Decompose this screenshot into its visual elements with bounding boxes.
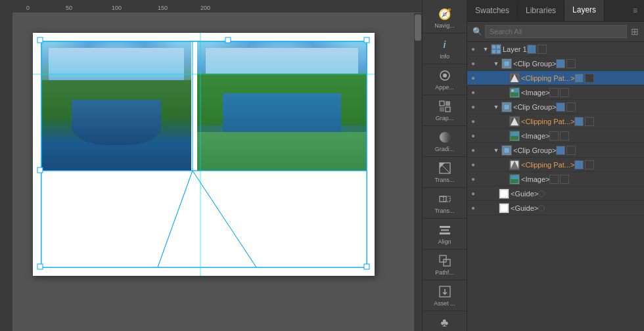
layer-row-guide1[interactable]: ● <Guide> (467, 187, 644, 201)
layer-row-clipgroup2[interactable]: ● ▼ <Clip Group> (467, 100, 644, 114)
layer-row-guide2[interactable]: ● <Guide> (467, 201, 644, 215)
expand-toggle-clipgroup3[interactable]: ▼ (492, 143, 500, 158)
layer-lock-btn[interactable] (527, 45, 536, 54)
layer-row-image1[interactable]: ● <Image> (467, 85, 644, 100)
visibility-toggle-image3[interactable]: ● (467, 172, 479, 187)
tool-appearance[interactable]: Appe... (423, 64, 467, 95)
layer-thumbnail-clipgroup1 (501, 58, 512, 69)
layers-search-bar: 🔍 ⊞ (467, 22, 644, 42)
svg-rect-48 (511, 93, 518, 97)
layer-row-clippingpath2[interactable]: ● <Clipping Pat...> (467, 114, 644, 129)
tab-libraries[interactable]: Libraries (518, 1, 564, 20)
tools-panel: 🧭 Navig... i Info Appe... Grap... (422, 0, 467, 331)
tool-pathfinder[interactable]: Pathf... (423, 250, 467, 280)
layer-thumbnail-image2 (509, 131, 520, 141)
layer-row-image2[interactable]: ● <Image> (467, 129, 644, 143)
tool-asset-export-label: Asset ... (434, 300, 455, 307)
tool-navigator[interactable]: 🧭 Navig... (423, 3, 467, 33)
svg-point-49 (511, 89, 514, 92)
svg-rect-51 (504, 104, 509, 110)
visibility-toggle-clipgroup2[interactable]: ● (467, 100, 479, 114)
layer-thumbnail-clippingpath1 (509, 73, 520, 83)
layer-thumbnail-guide1 (499, 188, 509, 199)
right-panel: Swatches Libraries Layers ≡ 🔍 ⊞ ● ▼ (467, 0, 644, 331)
canvas-content (13, 13, 422, 331)
panel-menu-button[interactable]: ≡ (626, 2, 644, 19)
tool-navigator-label: Navig... (434, 22, 455, 29)
layer-name-guide1: <Guide> (511, 190, 538, 198)
layer-row-layer1[interactable]: ● ▼ Layer 1 (467, 42, 644, 56)
ruler-tick-200: 200 (200, 5, 210, 11)
layer-dot-guide2 (538, 205, 545, 211)
search-input[interactable] (485, 25, 627, 38)
tool-transform[interactable]: Trans... (423, 188, 467, 219)
svg-rect-26 (440, 196, 446, 202)
visibility-toggle-clippingpath3[interactable]: ● (467, 158, 479, 172)
expand-toggle-clipgroup2[interactable]: ▼ (492, 100, 500, 114)
layer-name-clippingpath2: <Clipping Pat...> (521, 118, 574, 125)
tool-transparency[interactable]: Trans... (423, 157, 467, 188)
image-panel-1 (41, 41, 191, 171)
svg-line-25 (440, 163, 450, 173)
asset-export-icon (438, 284, 452, 299)
layer-name-image1: <Image> (521, 89, 549, 97)
svg-rect-32 (440, 255, 446, 262)
layer-name-clippingpath1: <Clipping Pat...> (521, 74, 574, 82)
ruler-corner (0, 0, 13, 13)
layer-thumbnail-clippingpath3 (509, 160, 520, 170)
layer-target-btn[interactable] (538, 45, 547, 54)
info-icon: i (438, 37, 452, 52)
tool-align-label: Align (438, 238, 451, 245)
navigator-icon: 🧭 (438, 7, 452, 21)
layer-ctrl-clipgroup1[interactable] (556, 59, 565, 68)
tool-gradient[interactable]: Gradi... (423, 126, 467, 157)
layer-name-layer1: Layer 1 (503, 45, 527, 53)
svg-rect-55 (511, 136, 518, 140)
layer-row-clipgroup3[interactable]: ● ▼ <Clip Group> (467, 143, 644, 158)
expand-toggle-layer1[interactable]: ▼ (482, 42, 490, 56)
expand-toggle-clipgroup1[interactable]: ▼ (492, 56, 500, 71)
layer-row-image3[interactable]: ● <Image> (467, 172, 644, 187)
tool-transparency-label: Trans... (434, 177, 454, 183)
ruler-horizontal: 0 50 100 150 200 (13, 0, 422, 13)
visibility-toggle-layer1[interactable]: ● (467, 42, 479, 56)
svg-rect-20 (440, 107, 444, 112)
layer-thumbnail-image1 (509, 87, 520, 98)
svg-point-22 (440, 132, 450, 143)
svg-rect-19 (446, 101, 450, 106)
tool-asset-export[interactable]: Asset ... (423, 280, 467, 311)
layer-row-clipgroup1[interactable]: ● ▼ <Clip Group> (467, 56, 644, 71)
visibility-toggle-clippingpath2[interactable]: ● (467, 114, 479, 129)
tool-align[interactable]: Align (423, 219, 467, 250)
vertical-scrollbar[interactable] (414, 13, 422, 331)
layer-dot-guide1 (538, 190, 545, 197)
layer-row-clippingpath1[interactable]: ● <Clipping Pat...> (467, 71, 644, 85)
visibility-toggle-clipgroup1[interactable]: ● (467, 56, 479, 71)
ruler-vertical (0, 13, 13, 331)
visibility-toggle-image1[interactable]: ● (467, 85, 479, 100)
tool-info[interactable]: i Info (423, 33, 467, 64)
filter-icon[interactable]: ⊞ (631, 26, 639, 37)
ruler-tick-100: 100 (112, 5, 122, 11)
tab-layers[interactable]: Layers (564, 0, 605, 21)
layer-row-clippingpath3[interactable]: ● <Clipping Pat...> (467, 158, 644, 172)
canvas-area: 0 50 100 150 200 (0, 0, 422, 331)
visibility-toggle-clippingpath1[interactable]: ● (467, 71, 479, 85)
svg-rect-62 (500, 190, 508, 198)
visibility-toggle-image2[interactable]: ● (467, 129, 479, 143)
svg-rect-27 (444, 196, 450, 202)
visibility-toggle-clipgroup3[interactable]: ● (467, 143, 479, 158)
tool-graphic-styles[interactable]: Grap... (423, 95, 467, 126)
tab-swatches[interactable]: Swatches (467, 1, 518, 20)
layer-name-image2: <Image> (521, 132, 549, 140)
visibility-toggle-guide1[interactable]: ● (467, 187, 479, 201)
tool-transform-label: Trans... (434, 208, 454, 214)
align-icon (438, 223, 452, 237)
transform-icon (438, 192, 452, 206)
svg-rect-30 (441, 229, 449, 231)
tool-symbols[interactable]: ♣ Symb... (423, 311, 467, 331)
visibility-toggle-guide2[interactable]: ● (467, 201, 479, 215)
graphic-styles-icon (438, 99, 452, 114)
scrollbar-thumb[interactable] (415, 14, 421, 41)
transparency-icon (438, 161, 452, 175)
